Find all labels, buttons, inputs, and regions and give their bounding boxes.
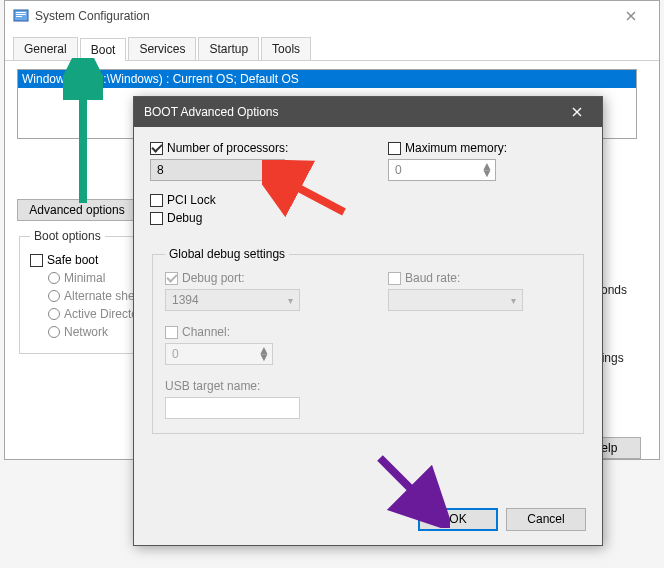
tab-startup[interactable]: Startup [198, 37, 259, 60]
svg-rect-2 [16, 14, 26, 15]
advanced-options-button[interactable]: Advanced options [17, 199, 137, 221]
debug-port-label: Debug port: [182, 271, 245, 285]
channel-label: Channel: [182, 325, 230, 339]
pci-lock-checkbox[interactable] [150, 194, 163, 207]
max-memory-spinner[interactable]: 0 ▲▼ [388, 159, 496, 181]
debug-port-dropdown: 1394 ▾ [165, 289, 300, 311]
radio-alternate-shell[interactable] [48, 290, 60, 302]
chevron-down-icon: ▾ [511, 295, 516, 306]
tab-tools[interactable]: Tools [261, 37, 311, 60]
tab-services[interactable]: Services [128, 37, 196, 60]
baud-rate-checkbox [388, 272, 401, 285]
ok-button[interactable]: OK [418, 508, 498, 531]
modal-close-button[interactable] [562, 100, 592, 124]
cancel-button[interactable]: Cancel [506, 508, 586, 531]
baud-rate-label: Baud rate: [405, 271, 460, 285]
debug-port-value: 1394 [172, 293, 199, 307]
max-memory-checkbox[interactable] [388, 142, 401, 155]
window-close-button[interactable] [611, 4, 651, 28]
tab-general[interactable]: General [13, 37, 78, 60]
debug-checkbox[interactable] [150, 212, 163, 225]
close-icon [572, 107, 582, 117]
svg-rect-3 [16, 16, 22, 17]
modal-title: BOOT Advanced Options [144, 105, 279, 119]
msconfig-icon [13, 8, 29, 24]
debug-label: Debug [167, 211, 202, 225]
max-memory-label: Maximum memory: [405, 141, 507, 155]
radio-alternate-label: Alternate shell [64, 289, 140, 303]
channel-checkbox [165, 326, 178, 339]
max-memory-value: 0 [395, 163, 402, 177]
svg-rect-0 [14, 10, 28, 21]
pci-lock-label: PCI Lock [167, 193, 216, 207]
close-icon [626, 11, 636, 21]
boot-advanced-options-dialog: BOOT Advanced Options Number of processo… [133, 96, 603, 546]
num-processors-value: 8 [157, 163, 164, 177]
modal-titlebar: BOOT Advanced Options [134, 97, 602, 127]
radio-active-directory[interactable] [48, 308, 60, 320]
num-processors-checkbox[interactable] [150, 142, 163, 155]
radio-network-label: Network [64, 325, 108, 339]
tab-boot[interactable]: Boot [80, 38, 127, 61]
global-debug-settings-group: Global debug settings Debug port: 1394 ▾… [152, 247, 584, 434]
spinner-buttons-icon: ▲▼ [481, 163, 493, 177]
tab-bar: General Boot Services Startup Tools [5, 31, 659, 61]
radio-network[interactable] [48, 326, 60, 338]
debug-port-checkbox [165, 272, 178, 285]
radio-minimal[interactable] [48, 272, 60, 284]
usb-target-input [165, 397, 300, 419]
window-title: System Configuration [35, 9, 150, 23]
boot-entry-selected[interactable]: Windows 10 (C:\Windows) : Current OS; De… [18, 70, 636, 88]
baud-rate-dropdown: ▾ [388, 289, 523, 311]
num-processors-label: Number of processors: [167, 141, 288, 155]
gds-legend: Global debug settings [165, 247, 289, 261]
titlebar: System Configuration [5, 1, 659, 31]
boot-options-legend: Boot options [30, 229, 105, 243]
usb-target-label: USB target name: [165, 379, 260, 393]
svg-rect-1 [16, 12, 26, 13]
radio-minimal-label: Minimal [64, 271, 105, 285]
num-processors-dropdown[interactable]: 8 ▾ [150, 159, 285, 181]
safe-boot-checkbox[interactable] [30, 254, 43, 267]
channel-spinner: 0 ▲▼ [165, 343, 273, 365]
safe-boot-label: Safe boot [47, 253, 98, 267]
spinner-buttons-icon: ▲▼ [258, 347, 270, 361]
channel-value: 0 [172, 347, 179, 361]
chevron-down-icon: ▾ [273, 165, 278, 176]
chevron-down-icon: ▾ [288, 295, 293, 306]
